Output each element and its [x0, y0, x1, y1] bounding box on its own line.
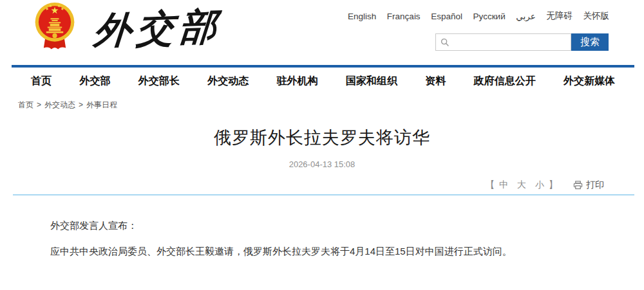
care-version-link[interactable]: 关怀版	[583, 10, 609, 22]
lang-link-espanol[interactable]: Español	[431, 12, 462, 21]
nav-item-ministry[interactable]: 外交部	[79, 75, 110, 88]
national-emblem-icon	[33, 2, 76, 57]
nav-item-countries-orgs[interactable]: 国家和组织	[346, 75, 397, 88]
breadcrumb-separator: >	[37, 100, 41, 109]
nav-item-activities[interactable]: 外交动态	[207, 75, 249, 88]
article-divider	[13, 194, 634, 195]
search-button[interactable]: 搜索	[571, 33, 609, 51]
article-body: 外交部发言人宣布： 应中共中央政治局委员、外交部长王毅邀请，俄罗斯外长拉夫罗夫将…	[50, 219, 618, 271]
article-datetime: 2026-04-13 15:08	[0, 159, 644, 169]
breadcrumb-activities[interactable]: 外交动态	[44, 100, 75, 109]
breadcrumb-home[interactable]: 首页	[18, 100, 33, 109]
font-size-large-button[interactable]: 大	[517, 179, 526, 191]
language-switcher: English Français Español Русский عربي 无障…	[348, 10, 609, 22]
font-size-close-bracket: 】	[549, 179, 558, 191]
nav-item-minister[interactable]: 外交部长	[138, 75, 180, 88]
lang-link-francais[interactable]: Français	[387, 12, 421, 21]
nav-item-gov-info[interactable]: 政府信息公开	[474, 75, 536, 88]
lang-link-english[interactable]: English	[348, 12, 376, 21]
font-size-open-bracket: 【	[486, 179, 495, 191]
article-title: 俄罗斯外长拉夫罗夫将访华	[0, 126, 644, 149]
mfa-homepage: 外交部 English Français Español Русский عرب…	[0, 0, 644, 290]
primary-nav: 首页 外交部 外交部长 外交动态 驻外机构 国家和组织 资料 政府信息公开 外交…	[12, 65, 634, 88]
nav-item-resources[interactable]: 资料	[425, 75, 446, 88]
article-toolbar: 【 中 大 小 】 打印	[486, 179, 604, 191]
print-button[interactable]: 打印	[573, 179, 604, 191]
site-title-calligraphy: 外交部	[92, 2, 223, 57]
printer-icon	[573, 181, 583, 190]
search-bar: 搜索	[435, 33, 609, 51]
breadcrumb-schedule[interactable]: 外事日程	[86, 100, 117, 109]
search-icon	[440, 38, 450, 47]
nav-item-new-media[interactable]: 外交新媒体	[564, 75, 615, 88]
nav-item-home[interactable]: 首页	[31, 75, 52, 88]
article-paragraph: 外交部发言人宣布：	[50, 219, 618, 231]
font-size-small-button[interactable]: 小	[535, 179, 544, 191]
search-box	[435, 33, 571, 51]
article-paragraph: 应中共中央政治局委员、外交部长王毅邀请，俄罗斯外长拉夫罗夫将于4月14日至15日…	[50, 245, 618, 257]
lang-link-arabic[interactable]: عربي	[516, 11, 536, 21]
breadcrumb: 首页>外交动态>外事日程	[18, 100, 117, 111]
print-label: 打印	[586, 179, 604, 191]
national-emblem-logo[interactable]	[33, 2, 76, 59]
accessibility-link[interactable]: 无障碍	[546, 10, 573, 22]
search-input[interactable]	[436, 34, 571, 50]
nav-item-missions[interactable]: 驻外机构	[277, 75, 318, 88]
breadcrumb-separator: >	[79, 100, 83, 109]
lang-link-russian[interactable]: Русский	[473, 12, 506, 21]
font-size-medium-button[interactable]: 中	[499, 179, 508, 191]
